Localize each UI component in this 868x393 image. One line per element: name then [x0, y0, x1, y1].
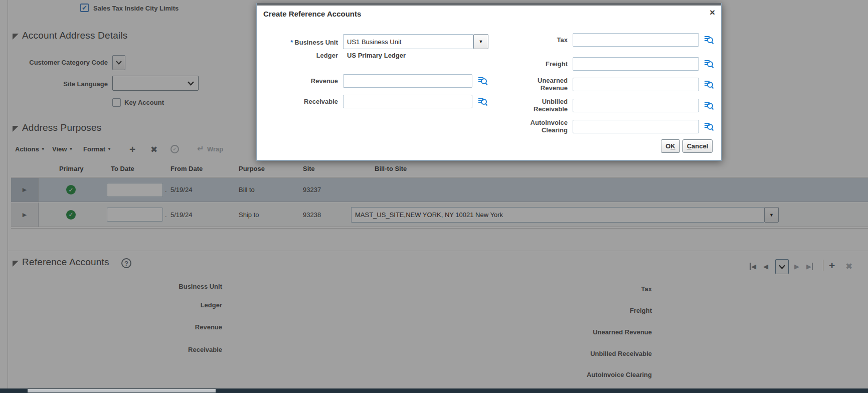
receivable-lookup-icon[interactable] [477, 96, 488, 107]
business-unit-combobox[interactable]: ▼ [343, 34, 488, 49]
unearned-revenue-label: Unearned Revenue [512, 77, 568, 92]
dialog-top-bar [257, 3, 721, 6]
unbilled-receivable-input[interactable] [573, 99, 699, 112]
autoinvoice-clearing-input[interactable] [573, 120, 699, 133]
revenue-input[interactable] [343, 74, 472, 88]
close-icon[interactable]: × [710, 7, 715, 18]
autoinvoice-clearing-lookup-icon[interactable] [703, 121, 714, 132]
ok-button[interactable]: OK [661, 139, 680, 153]
freight-label: Freight [512, 60, 568, 68]
receivable-input[interactable] [343, 95, 472, 108]
scrollbar-thumb[interactable] [28, 389, 216, 392]
horizontal-scrollbar [0, 388, 868, 393]
freight-lookup-icon[interactable] [703, 58, 714, 69]
business-unit-input[interactable] [343, 34, 473, 49]
business-unit-dropdown-button[interactable]: ▼ [473, 34, 488, 49]
dialog-title: Create Reference Accounts [263, 10, 361, 18]
tax-input[interactable] [573, 33, 699, 47]
unearned-revenue-lookup-icon[interactable] [703, 79, 714, 90]
tax-lookup-icon[interactable] [703, 34, 714, 45]
unbilled-receivable-lookup-icon[interactable] [703, 100, 714, 111]
unbilled-receivable-label: Unbilled Receivable [512, 98, 568, 113]
dropdown-arrow-icon: ▼ [479, 39, 483, 44]
ledger-value: US Primary Ledger [347, 52, 406, 59]
receivable-label: Receivable [263, 98, 338, 105]
tax-label: Tax [512, 36, 568, 44]
autoinvoice-clearing-label: AutoInvoice Clearing [512, 119, 568, 134]
revenue-lookup-icon[interactable] [477, 75, 488, 86]
cancel-button[interactable]: Cancel [682, 139, 713, 153]
create-reference-accounts-dialog: Create Reference Accounts × *Business Un… [256, 3, 722, 161]
revenue-label: Revenue [263, 77, 338, 85]
required-marker: * [290, 39, 293, 46]
freight-input[interactable] [573, 57, 699, 71]
ledger-label: Ledger [263, 52, 338, 59]
application-screen: ✔ Sales Tax Inside City Limits Account A… [0, 0, 868, 393]
unearned-revenue-input[interactable] [573, 78, 699, 91]
business-unit-label: *Business Unit [263, 39, 338, 46]
